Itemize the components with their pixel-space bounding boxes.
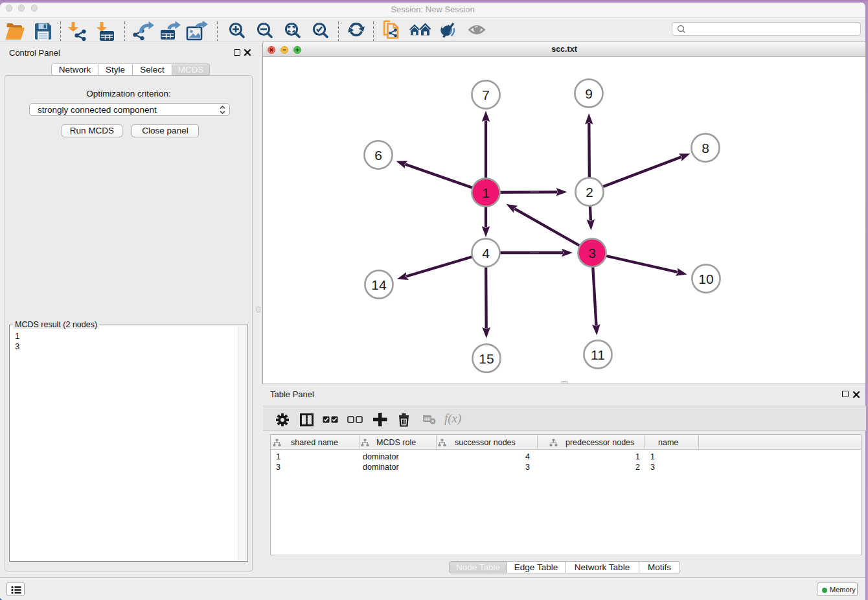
svg-text:14: 14 [371, 277, 387, 292]
svg-text:8: 8 [702, 141, 709, 156]
svg-text:7: 7 [482, 87, 490, 102]
svg-text:15: 15 [479, 351, 494, 366]
svg-text:2: 2 [586, 185, 593, 200]
svg-text:4: 4 [482, 246, 490, 260]
svg-text:1: 1 [482, 185, 490, 200]
svg-text:6: 6 [374, 148, 382, 163]
svg-text:10: 10 [698, 271, 713, 286]
svg-text:3: 3 [588, 246, 596, 260]
svg-text:9: 9 [585, 86, 593, 101]
svg-text:11: 11 [591, 347, 605, 362]
